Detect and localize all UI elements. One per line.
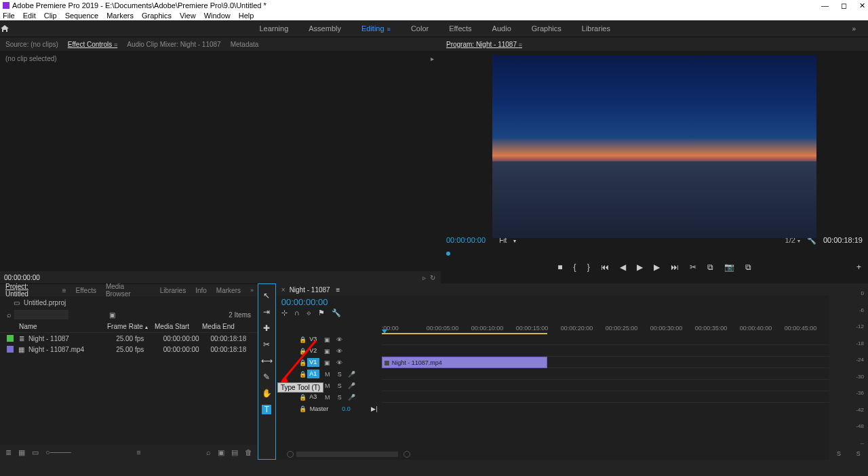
project-tab[interactable]: Effects [76, 287, 96, 294]
project-tab[interactable]: Markers [216, 287, 241, 294]
voiceover-icon[interactable]: 🎤 [348, 382, 356, 389]
tool-1[interactable]: ⇥ [262, 307, 271, 317]
track-target[interactable]: A3 [307, 393, 319, 401]
transport-btn-2[interactable]: } [587, 262, 590, 272]
video-track-head[interactable]: 🔒V1▣👁 [276, 357, 382, 368]
tool-2[interactable]: ✚ [262, 323, 271, 333]
transport-btn-11[interactable]: ⧉ [745, 262, 751, 272]
track-target[interactable]: V3 [307, 335, 319, 344]
freeform-icon[interactable]: ▭ [32, 448, 39, 457]
trash-icon[interactable]: 🗑 [245, 448, 252, 456]
source-tab[interactable]: Source: (no clips) [5, 41, 58, 48]
menu-edit[interactable]: Edit [23, 12, 36, 20]
tool-6[interactable]: ✋ [262, 389, 271, 398]
menu-window[interactable]: Window [204, 12, 231, 20]
transport-btn-7[interactable]: ⏭ [671, 262, 679, 272]
lock-icon[interactable]: 🔒 [299, 371, 307, 378]
project-tab[interactable]: Info [195, 287, 207, 294]
search-input[interactable] [14, 310, 68, 319]
tool-5[interactable]: ✎ [262, 372, 271, 382]
home-button[interactable] [0, 24, 18, 33]
newitem-icon[interactable]: ▤ [231, 448, 238, 457]
workspace-learning[interactable]: Learning [259, 24, 288, 33]
menu-sequence[interactable]: Sequence [65, 12, 99, 20]
tool-0[interactable]: ↖ [262, 291, 271, 300]
workspace-graphics[interactable]: Graphics [532, 24, 561, 33]
transport-btn-4[interactable]: ◀ [620, 262, 626, 272]
eye-icon[interactable]: 👁 [336, 336, 344, 343]
tool-3[interactable]: ✂ [262, 340, 271, 349]
sort-icon[interactable]: ≡ [136, 448, 140, 456]
col-name[interactable]: Name [19, 323, 107, 330]
project-overflow-icon[interactable]: » [250, 287, 254, 294]
snap-icon[interactable]: ⊹ [281, 309, 288, 317]
solo-icon[interactable]: S [336, 382, 344, 389]
menu-view[interactable]: View [180, 12, 196, 20]
bin-row[interactable]: ≣Night - 1108725.00 fps00:00:00:0000:00:… [0, 333, 258, 344]
folder-icon[interactable]: ▣ [109, 311, 115, 319]
transport-btn-10[interactable]: 📷 [724, 262, 734, 272]
eye-icon[interactable]: 👁 [336, 348, 344, 355]
scroll-right[interactable] [403, 451, 410, 458]
src-icon-1[interactable]: ▹ [422, 274, 426, 281]
add-button-icon[interactable]: + [856, 262, 861, 272]
eye-icon[interactable]: 👁 [336, 359, 344, 366]
workspace-audio[interactable]: Audio [492, 24, 511, 33]
transport-btn-8[interactable]: ✂ [690, 262, 696, 272]
sequence-tab[interactable]: Night - 11087 ≡ [290, 286, 340, 294]
wrench-icon[interactable]: 🔧 [332, 309, 341, 317]
workspace-color[interactable]: Color [411, 24, 429, 33]
transport-btn-5[interactable]: ▶ [637, 262, 643, 272]
mute-icon[interactable]: M [323, 382, 332, 389]
project-tab[interactable]: Project: Untitled [5, 283, 53, 298]
program-tab[interactable]: Program: Night - 11087 ≡ [446, 41, 522, 48]
tool-4[interactable]: ⟷ [262, 356, 271, 365]
menu-help[interactable]: Help [239, 12, 254, 20]
link-icon[interactable]: ∩ [294, 309, 300, 317]
settings-icon[interactable]: ⚑ [318, 309, 325, 317]
minimize-button[interactable]: — [821, 1, 829, 10]
col-framerate[interactable]: Frame Rate ▴ [107, 323, 155, 330]
audio-track-head[interactable]: 🔒A3MS🎤 [276, 391, 382, 403]
lock-icon[interactable]: 🔒 [299, 394, 307, 401]
mute-icon[interactable]: M [323, 371, 332, 378]
zoom-slider[interactable]: ○──── [45, 448, 71, 456]
menu-clip[interactable]: Clip [44, 12, 57, 20]
menu-file[interactable]: File [3, 12, 15, 20]
out-icon[interactable]: ▶| [371, 405, 377, 412]
program-tc-left[interactable]: 00:00:00:00 [446, 236, 486, 244]
video-track-head[interactable]: 🔒V2▣👁 [276, 345, 382, 357]
master-track-head[interactable]: 🔒Master0.0▶| [276, 403, 382, 414]
lock-icon[interactable]: 🔒 [299, 348, 307, 355]
col-mediastart[interactable]: Media Start [155, 323, 202, 330]
close-button[interactable]: ✕ [859, 1, 865, 10]
newbin-icon[interactable]: ▣ [218, 448, 224, 457]
marker-icon[interactable]: ⟐ [307, 309, 311, 317]
voiceover-icon[interactable]: 🎤 [348, 371, 356, 378]
listview-icon[interactable]: ≣ [5, 448, 12, 457]
footer-search-icon[interactable]: ⌕ [206, 448, 211, 456]
tool-7[interactable]: T [262, 405, 271, 414]
track-target[interactable]: A1 [307, 370, 319, 378]
transport-btn-3[interactable]: ⏮ [601, 262, 609, 272]
scroll-left[interactable] [287, 451, 294, 458]
timeline-track-area[interactable]: Night - 11087.mp4 [382, 334, 829, 414]
workspace-overflow-icon[interactable]: » [852, 25, 856, 33]
source-tab[interactable]: Metadata [231, 41, 259, 48]
iconview-icon[interactable]: ▦ [18, 448, 25, 457]
program-preview[interactable] [492, 55, 816, 238]
lock-icon[interactable]: 🔒 [299, 405, 307, 412]
toggle-icon[interactable]: ▣ [323, 336, 332, 343]
project-tab[interactable]: Media Browser [106, 283, 151, 298]
clip-night[interactable]: Night - 11087.mp4 [382, 357, 547, 368]
toggle-icon[interactable]: ▣ [323, 348, 332, 355]
lock-icon[interactable]: 🔒 [299, 359, 307, 366]
panel-menu-icon[interactable]: ≡ [62, 287, 66, 294]
timeline-scrollbar[interactable] [296, 452, 398, 457]
toggle-icon[interactable]: ▣ [323, 359, 332, 366]
menu-graphics[interactable]: Graphics [142, 12, 172, 20]
solo-icon[interactable]: S [336, 371, 344, 378]
voiceover-icon[interactable]: 🎤 [348, 394, 356, 401]
timeline-tc[interactable]: 00:00:00:00 [281, 296, 829, 307]
close-seq-icon[interactable]: × [281, 286, 285, 294]
